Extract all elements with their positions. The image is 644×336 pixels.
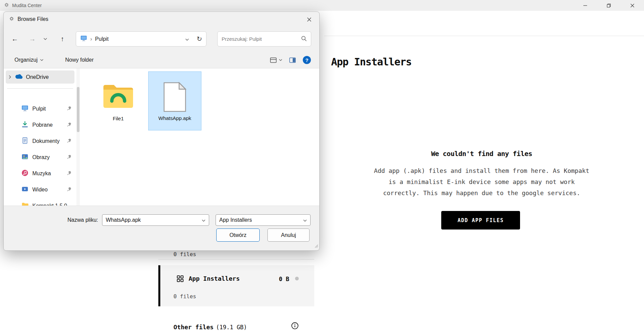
sidebar-item-kompakt[interactable]: Kompakt 1.5.0	[6, 199, 74, 206]
sidebar-item-pulpit[interactable]: Pulpit	[6, 102, 74, 116]
change-view-button[interactable]	[270, 57, 282, 63]
expander-chevron-icon[interactable]	[9, 74, 11, 80]
previous-category-file-count: 0 files	[173, 251, 196, 257]
dialog-footer: Nazwa pliku: App Installers Otwórz Anulu…	[4, 206, 319, 250]
open-button[interactable]: Otwórz	[216, 228, 260, 242]
scrollbar-thumb[interactable]	[77, 87, 79, 132]
window-controls	[573, 0, 644, 11]
other-files-label: Other files	[173, 324, 214, 331]
nav-up-button[interactable]: ↑	[56, 33, 69, 45]
usage-dot	[295, 277, 299, 280]
sidebar-item-label: OneDrive	[26, 74, 49, 80]
pin-icon	[67, 122, 72, 128]
sidebar-item-wideo[interactable]: Wideo	[6, 183, 74, 196]
search-icon[interactable]	[301, 35, 307, 43]
search-box	[217, 31, 311, 47]
filetype-dropdown-chevron-icon	[303, 217, 307, 223]
search-input[interactable]	[222, 36, 301, 42]
downloads-icon	[21, 121, 29, 129]
dialog-body: OneDrive Pulpit Pobrane	[4, 68, 319, 206]
sidebar-scrollbar[interactable]	[76, 68, 80, 206]
help-icon: ?	[303, 56, 311, 64]
cancel-button[interactable]: Anuluj	[267, 228, 310, 242]
help-button[interactable]: ?	[303, 56, 311, 64]
file-name: File1	[113, 116, 124, 121]
nav-back-button[interactable]: ←	[8, 33, 21, 45]
videos-icon	[21, 185, 29, 194]
add-app-files-button[interactable]: ADD APP FILES	[441, 211, 520, 230]
refresh-button[interactable]: ↻	[197, 35, 202, 43]
sidebar-separator	[7, 88, 73, 89]
desktop-location-icon	[80, 35, 87, 43]
close-button[interactable]	[620, 0, 644, 11]
window-title: Mudita Center	[12, 3, 42, 8]
filetype-select[interactable]: App Installers	[216, 214, 311, 226]
other-files-row: Other files(19.1 GB)	[173, 324, 247, 331]
pin-icon	[67, 138, 72, 145]
maximize-button[interactable]	[597, 0, 620, 11]
screen: Mudita Center App Installers We couldn't…	[0, 0, 644, 336]
sidebar-item-muzyka[interactable]: Muzyka	[6, 167, 74, 180]
pin-icon	[67, 187, 72, 193]
mudita-logo-icon	[4, 2, 9, 9]
breadcrumb-current-folder[interactable]: Pulpit	[95, 36, 108, 42]
nav-history-chevron-icon[interactable]	[41, 33, 50, 45]
info-icon[interactable]	[291, 322, 299, 331]
sidebar-item-onedrive[interactable]: OneDrive	[6, 70, 74, 84]
address-bar[interactable]: › Pulpit ↻	[76, 31, 206, 47]
dialog-close-button[interactable]	[303, 14, 315, 25]
pictures-icon	[21, 153, 29, 162]
sidebar-item-dokumenty[interactable]: Dokumenty	[6, 134, 74, 148]
file-tile-selected[interactable]: WhatsApp.apk	[148, 71, 201, 130]
dialog-command-bar: Organizuj Nowy folder ?	[4, 53, 319, 67]
content-top-divider	[324, 36, 644, 36]
category-app-installers-selected[interactable]: App Installers 0 B 0 files	[158, 265, 314, 306]
preview-pane-button[interactable]	[289, 57, 296, 63]
filename-combobox	[102, 214, 209, 226]
other-files-size: (19.1 GB)	[216, 324, 247, 331]
blank-file-icon	[163, 77, 186, 112]
desktop-icon	[21, 104, 29, 113]
filename-label: Nazwa pliku:	[47, 217, 98, 223]
breadcrumb-separator-icon: ›	[90, 36, 92, 42]
dialog-mudita-logo-icon	[9, 16, 14, 23]
onedrive-cloud-icon	[14, 73, 23, 81]
category-divider	[158, 259, 314, 259]
folder-archive-icon	[102, 78, 134, 110]
minimize-button[interactable]	[573, 0, 597, 11]
new-folder-button[interactable]: Nowy folder	[64, 55, 95, 65]
dialog-title: Browse Files	[18, 16, 49, 22]
documents-icon	[21, 137, 29, 146]
nav-forward-button[interactable]: →	[26, 33, 39, 45]
page-title: App Installers	[331, 56, 412, 68]
empty-state-description: Add app (.apk) files and install them fr…	[347, 165, 616, 198]
filename-input[interactable]	[106, 217, 202, 223]
file-tile-folder[interactable]: File1	[95, 71, 142, 130]
command-bar-view-controls: ?	[270, 53, 311, 67]
resize-grip[interactable]	[314, 243, 318, 249]
empty-state: We couldn't find any files Add app (.apk…	[347, 150, 616, 198]
pin-icon	[67, 106, 72, 112]
category-file-count: 0 files	[173, 293, 196, 300]
category-size: 0 B	[279, 276, 289, 282]
dialog-titlebar: Browse Files	[4, 12, 319, 27]
filename-dropdown-chevron-icon[interactable]	[202, 217, 205, 223]
pin-icon	[67, 154, 72, 161]
app-titlebar: Mudita Center	[0, 0, 644, 11]
file-name: WhatsApp.apk	[158, 115, 191, 121]
folder-icon	[21, 202, 29, 206]
address-dropdown-chevron-icon[interactable]	[185, 36, 189, 42]
music-icon	[21, 169, 29, 178]
empty-state-title: We couldn't find any files	[347, 150, 616, 158]
category-label: App Installers	[189, 275, 240, 282]
dialog-navigation-bar: ← → ↑ › Pulpit ↻	[4, 31, 319, 47]
organize-menu-button[interactable]: Organizuj	[13, 55, 45, 65]
pin-icon	[67, 171, 72, 177]
filetype-selected-value: App Installers	[219, 217, 303, 223]
sidebar-item-obrazy[interactable]: Obrazy	[6, 151, 74, 164]
app-installers-grid-icon	[176, 275, 184, 284]
browse-files-dialog: Browse Files ← → ↑ › Pulpit	[3, 11, 320, 251]
sidebar-item-pobrane[interactable]: Pobrane	[6, 118, 74, 132]
